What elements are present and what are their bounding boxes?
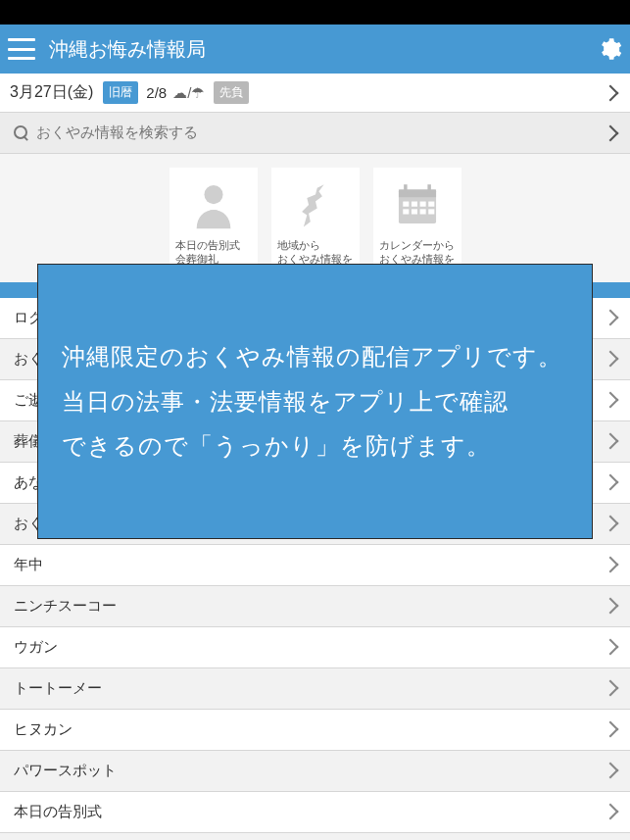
date-bar[interactable]: 3月27日(金) 旧暦 2/8 ☁/☂ 先負 bbox=[0, 74, 630, 113]
list-item-label: ウガン bbox=[14, 638, 605, 657]
shortcut-cards: 本日の告別式会葬御礼 地域からおくやみ情報を カレンダーからおくやみ情報を bbox=[0, 154, 630, 282]
list-item-label: パワースポット bbox=[14, 762, 605, 780]
chevron-right-icon bbox=[603, 392, 619, 409]
list-item-label: ニンチスーコー bbox=[14, 597, 605, 616]
chevron-right-icon bbox=[603, 351, 619, 368]
chevron-right-icon bbox=[603, 598, 619, 615]
svg-rect-5 bbox=[427, 184, 430, 193]
promo-overlay: 沖縄限定のおくやみ情報の配信アプリです。当日の法事・法要情報をアプリ上で確認でき… bbox=[37, 264, 593, 539]
list-item[interactable]: トートーメー bbox=[0, 668, 630, 710]
search-bar[interactable]: おくやみ情報を検索する bbox=[0, 113, 630, 154]
svg-rect-6 bbox=[403, 202, 409, 207]
list-item[interactable]: ヒヌカン bbox=[0, 710, 630, 751]
promo-text: 沖縄限定のおくやみ情報の配信アプリです。当日の法事・法要情報をアプリ上で確認でき… bbox=[38, 334, 586, 469]
svg-rect-1 bbox=[210, 210, 217, 222]
chevron-right-icon bbox=[603, 763, 619, 779]
app-bar: 沖縄お悔み情報局 bbox=[0, 25, 630, 74]
person-icon bbox=[184, 175, 243, 234]
list-item-label: 本日の告別式 bbox=[14, 803, 605, 821]
list-item[interactable]: カレンダーで告別式の検索 bbox=[0, 833, 630, 840]
rokuyo-tag: 先負 bbox=[214, 81, 249, 104]
map-icon bbox=[286, 175, 345, 234]
list-item[interactable]: 年中 bbox=[0, 545, 630, 586]
svg-rect-10 bbox=[403, 209, 409, 214]
date-text: 3月27日(金) bbox=[10, 82, 93, 103]
chevron-right-icon bbox=[603, 557, 619, 573]
chevron-right-icon bbox=[603, 474, 619, 491]
list-item[interactable]: ニンチスーコー bbox=[0, 586, 630, 627]
svg-rect-11 bbox=[411, 209, 416, 214]
search-icon bbox=[14, 125, 28, 140]
old-calendar-tag: 旧暦 bbox=[103, 81, 138, 104]
settings-icon[interactable] bbox=[597, 36, 622, 62]
svg-rect-12 bbox=[419, 209, 425, 214]
chevron-right-icon bbox=[603, 721, 619, 738]
svg-rect-4 bbox=[404, 184, 407, 193]
list-item-label: 年中 bbox=[14, 556, 605, 574]
lunar-date: 2/8 bbox=[146, 84, 167, 101]
chevron-right-icon bbox=[603, 84, 619, 101]
svg-rect-13 bbox=[428, 209, 434, 214]
list-item[interactable]: 本日の告別式 bbox=[0, 792, 630, 833]
chevron-right-icon bbox=[603, 433, 619, 450]
chevron-right-icon bbox=[603, 639, 619, 656]
list-item-label: トートーメー bbox=[14, 679, 605, 698]
chevron-right-icon bbox=[603, 124, 619, 141]
list-item-label: ヒヌカン bbox=[14, 720, 605, 739]
card-by-calendar[interactable]: カレンダーからおくやみ情報を bbox=[373, 168, 461, 272]
status-bar bbox=[0, 0, 630, 25]
list-item[interactable]: パワースポット bbox=[0, 751, 630, 792]
svg-rect-7 bbox=[411, 202, 416, 207]
svg-rect-9 bbox=[428, 202, 434, 207]
menu-icon[interactable] bbox=[8, 38, 35, 60]
search-placeholder: おくやみ情報を検索する bbox=[36, 124, 605, 142]
calendar-icon bbox=[388, 175, 447, 234]
svg-point-0 bbox=[204, 185, 222, 204]
card-today-funeral[interactable]: 本日の告別式会葬御礼 bbox=[170, 168, 258, 272]
chevron-right-icon bbox=[603, 310, 619, 326]
list-item[interactable]: ウガン bbox=[0, 627, 630, 668]
app-title: 沖縄お悔み情報局 bbox=[49, 36, 597, 63]
card-by-region[interactable]: 地域からおくやみ情報を bbox=[271, 168, 360, 272]
svg-rect-8 bbox=[419, 202, 425, 207]
weather-icon: ☁/☂ bbox=[172, 84, 204, 102]
chevron-right-icon bbox=[603, 680, 619, 697]
chevron-right-icon bbox=[603, 804, 619, 820]
app-root: 沖縄お悔み情報局 3月27日(金) 旧暦 2/8 ☁/☂ 先負 おくやみ情報を検… bbox=[0, 0, 630, 840]
chevron-right-icon bbox=[603, 516, 619, 532]
